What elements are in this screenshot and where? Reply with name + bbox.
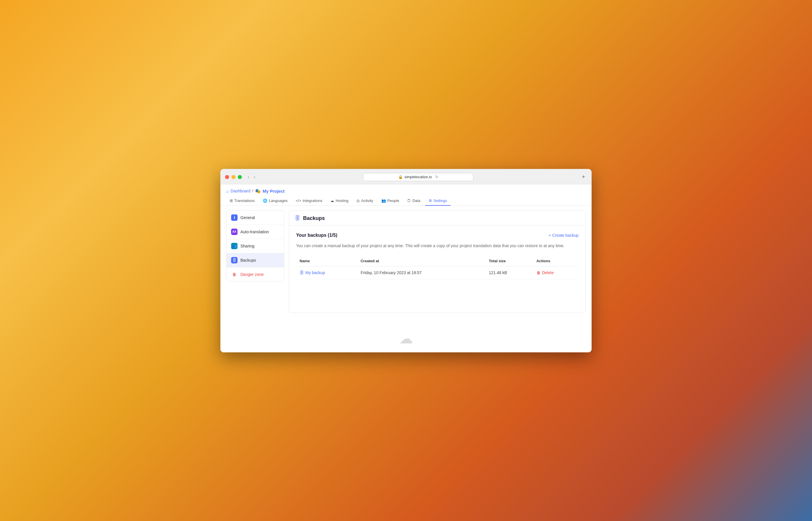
th-actions: Actions — [533, 256, 579, 266]
translations-icon: ⊞ — [230, 199, 233, 203]
backups-table: Name Created at Total size Actions 🗄 — [296, 256, 579, 279]
breadcrumb: ⌂ Dashboard / 🎭 My Project — [220, 184, 592, 194]
tab-translations[interactable]: ⊞ Translations — [226, 196, 258, 206]
sidebar-sharing-label: Sharing — [240, 244, 254, 248]
content-panel: 🗄 Backups Your backups (1/5) + Create ba… — [289, 210, 586, 313]
back-button[interactable]: ‹ — [247, 175, 250, 179]
new-tab-button[interactable]: + — [580, 174, 587, 180]
maximize-button[interactable] — [238, 175, 242, 179]
activity-icon: ◎ — [357, 199, 360, 203]
td-name: 🗄 My backup — [296, 266, 357, 279]
sidebar-item-auto-translation[interactable]: AX Auto-translation — [227, 225, 284, 239]
content-title: Backups — [303, 215, 325, 221]
project-icon: 🎭 — [255, 188, 261, 194]
url-text: simplelocalize.io — [405, 175, 432, 179]
settings-sidebar: ℹ General AX Auto-translation 👥 Sharing … — [226, 210, 284, 282]
delete-button[interactable]: 🗑 Delete — [536, 270, 554, 275]
sidebar-auto-translation-label: Auto-translation — [240, 229, 269, 234]
table-row: 🗄 My backup Friday, 10 February 2023 at … — [296, 266, 579, 279]
tab-settings[interactable]: ⚙ Settings — [425, 196, 451, 206]
browser-window: ‹ › 🔒 simplelocalize.io ↻ + ⌂ Dashboard … — [220, 169, 592, 353]
breadcrumb-dashboard-link[interactable]: Dashboard — [231, 189, 251, 193]
delete-icon: 🗑 — [536, 270, 540, 275]
td-created-at: Friday, 10 February 2023 at 18:57 — [357, 266, 485, 279]
data-icon: 🗒 — [407, 199, 411, 203]
tab-settings-label: Settings — [433, 199, 447, 203]
tab-data-label: Data — [412, 199, 420, 203]
tab-data[interactable]: 🗒 Data — [404, 196, 424, 206]
traffic-lights — [225, 175, 242, 179]
delete-label: Delete — [542, 270, 554, 275]
td-actions: 🗑 Delete — [533, 266, 579, 279]
content-body: Your backups (1/5) + Create backup You c… — [289, 226, 585, 286]
content-header: 🗄 Backups — [289, 211, 585, 226]
lock-icon: 🔒 — [398, 175, 403, 179]
sidebar-item-danger-zone[interactable]: 🗑 Danger zone — [227, 268, 284, 281]
top-navigation: ⊞ Translations 🌐 Languages </> Integrati… — [220, 194, 592, 206]
td-total-size: 121.48 kB — [486, 266, 533, 279]
tab-languages-label: Languages — [269, 199, 287, 203]
main-layout: ℹ General AX Auto-translation 👥 Sharing … — [220, 206, 592, 322]
nav-buttons: ‹ › — [247, 175, 257, 179]
cloud-icon: ☁ — [399, 330, 413, 346]
reload-icon[interactable]: ↻ — [435, 175, 439, 179]
minimize-button[interactable] — [231, 175, 235, 179]
address-bar: 🔒 simplelocalize.io ↻ — [260, 173, 577, 181]
sharing-icon: 👥 — [231, 243, 237, 249]
table-header: Name Created at Total size Actions — [296, 256, 579, 266]
tab-integrations-label: Integrations — [302, 199, 322, 203]
backups-title-row: Your backups (1/5) + Create backup — [296, 233, 579, 238]
tab-people[interactable]: 👥 People — [378, 196, 403, 206]
tab-hosting[interactable]: ☁ Hosting — [327, 196, 352, 206]
breadcrumb-separator: / — [252, 189, 254, 193]
auto-translation-icon: AX — [231, 229, 237, 235]
breadcrumb-project-link[interactable]: My Project — [262, 189, 284, 194]
table-body: 🗄 My backup Friday, 10 February 2023 at … — [296, 266, 579, 279]
integrations-icon: </> — [296, 199, 301, 203]
content-header-icon: 🗄 — [295, 215, 300, 221]
hosting-icon: ☁ — [330, 199, 334, 203]
backups-sidebar-icon: 🗄 — [231, 257, 237, 264]
tab-activity[interactable]: ◎ Activity — [353, 196, 377, 206]
sidebar-backups-label: Backups — [240, 258, 256, 263]
danger-icon: 🗑 — [231, 271, 237, 278]
home-icon: ⌂ — [226, 189, 229, 194]
sidebar-general-label: General — [240, 215, 255, 220]
tab-languages[interactable]: 🌐 Languages — [259, 196, 291, 206]
settings-icon: ⚙ — [429, 199, 432, 203]
people-icon: 👥 — [381, 199, 386, 203]
bottom-decoration: ☁ — [220, 322, 592, 353]
tab-activity-label: Activity — [361, 199, 373, 203]
tab-people-label: People — [387, 199, 399, 203]
url-bar[interactable]: 🔒 simplelocalize.io ↻ — [363, 173, 473, 181]
sidebar-item-general[interactable]: ℹ General — [227, 211, 284, 225]
backups-count: Your backups (1/5) — [296, 233, 337, 238]
sidebar-item-sharing[interactable]: 👥 Sharing — [227, 239, 284, 253]
app-content: ⌂ Dashboard / 🎭 My Project ⊞ Translation… — [220, 184, 592, 353]
browser-titlebar: ‹ › 🔒 simplelocalize.io ↻ + — [220, 169, 592, 184]
sidebar-danger-label: Danger zone — [240, 272, 263, 277]
th-total-size: Total size — [486, 256, 533, 266]
backup-description: You can create a manual backup of your p… — [296, 243, 579, 249]
th-name: Name — [296, 256, 357, 266]
backup-name-icon: 🗄 — [300, 270, 304, 275]
tab-integrations[interactable]: </> Integrations — [292, 196, 326, 206]
close-button[interactable] — [225, 175, 229, 179]
tab-translations-label: Translations — [234, 199, 255, 203]
forward-button[interactable]: › — [253, 175, 256, 179]
backup-name-text: My backup — [305, 270, 325, 275]
th-created-at: Created at — [357, 256, 485, 266]
languages-icon: 🌐 — [263, 199, 268, 203]
general-icon: ℹ — [231, 214, 237, 221]
table-header-row: Name Created at Total size Actions — [296, 256, 579, 266]
backup-name-link[interactable]: 🗄 My backup — [300, 270, 354, 275]
tab-hosting-label: Hosting — [336, 199, 348, 203]
create-backup-button[interactable]: + Create backup — [549, 233, 579, 237]
sidebar-item-backups[interactable]: 🗄 Backups — [227, 253, 284, 268]
